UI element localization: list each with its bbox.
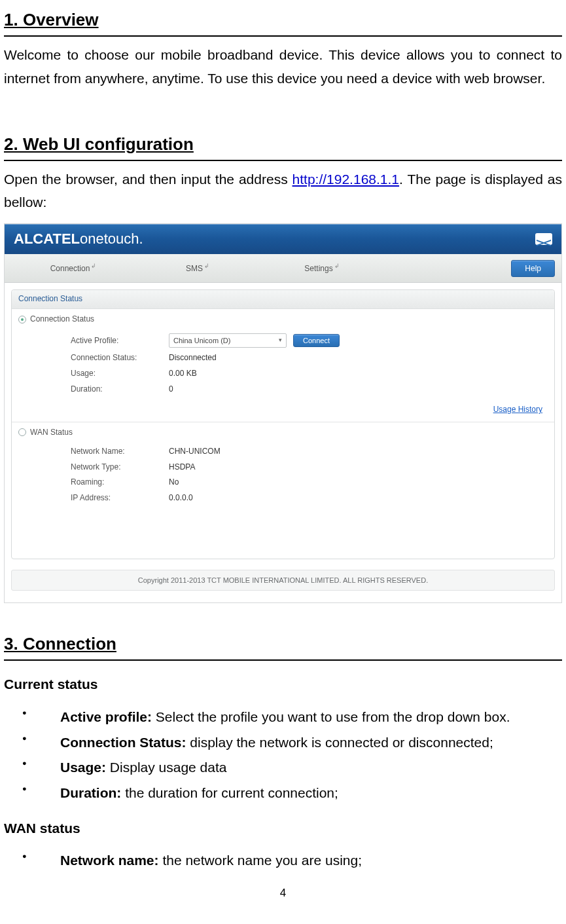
- wan-status-list: Network name: the network name you are u…: [4, 849, 562, 872]
- tab-mark-icon: ↲: [91, 263, 96, 269]
- connection-status-label: Connection Status: [30, 314, 94, 325]
- connect-button[interactable]: Connect: [293, 334, 340, 347]
- connection-status-field-label: Connection Status:: [71, 353, 169, 363]
- wan-fields: Network Name: CHN-UNICOM Network Type: H…: [12, 441, 554, 558]
- brand-part2: onetouch.: [80, 231, 143, 247]
- chevron-down-icon: ▾: [279, 337, 282, 344]
- current-status-list: Active profile: Select the profile you w…: [4, 705, 562, 805]
- bullet-text: Display usage data: [106, 760, 226, 775]
- tab-connection[interactable]: Connection↲: [11, 256, 135, 281]
- bullet-label: Connection Status:: [60, 735, 186, 750]
- usage-value: 0.00 KB: [169, 369, 197, 379]
- heading-connection: 3. Connection: [4, 629, 562, 661]
- duration-value: 0: [169, 384, 173, 395]
- tab-mark-icon: ↲: [334, 263, 340, 269]
- overview-text: Welcome to choose our mobile broadband d…: [4, 43, 562, 90]
- list-item: Duration: the duration for current conne…: [41, 781, 562, 805]
- brand-logo: ALCATELonetouch.: [14, 230, 143, 249]
- bullet-label: Active profile:: [60, 709, 152, 724]
- list-item: Usage: Display usage data: [41, 756, 562, 779]
- bullet-text: display the network is connected or disc…: [186, 735, 493, 750]
- bullet-label: Network name:: [60, 853, 159, 868]
- connection-fields: Active Profile: China Unicom (D) ▾ Conne…: [12, 328, 554, 403]
- copyright-footer: Copyright 2011-2013 TCT MOBILE INTERNATI…: [11, 570, 555, 591]
- connection-status-panel: Connection Status Connection Status Acti…: [11, 289, 555, 559]
- current-status-subhead: Current status: [4, 673, 562, 696]
- app-header: ALCATELonetouch.: [5, 224, 561, 254]
- tab-bar: Connection↲ SMS↲ Settings↲ Help: [5, 254, 561, 283]
- help-button[interactable]: Help: [511, 260, 555, 277]
- active-profile-value: China Unicom (D): [173, 336, 230, 345]
- network-type-value: HSDPA: [169, 462, 195, 473]
- connection-status-subsection: Connection Status: [12, 309, 554, 329]
- wan-status-label: WAN Status: [30, 428, 73, 438]
- duration-label: Duration:: [71, 384, 169, 395]
- active-profile-select[interactable]: China Unicom (D) ▾: [169, 333, 287, 348]
- list-item: Active profile: Select the profile you w…: [41, 705, 562, 729]
- usage-label: Usage:: [71, 369, 169, 379]
- ip-address-value: 0.0.0.0: [169, 493, 193, 504]
- radio-icon: [18, 316, 26, 323]
- tab-sms-label: SMS: [186, 264, 203, 273]
- roaming-value: No: [169, 477, 179, 488]
- active-profile-label: Active Profile:: [71, 336, 169, 346]
- network-name-label: Network Name:: [71, 447, 169, 457]
- tab-sms[interactable]: SMS↲: [135, 256, 260, 281]
- bullet-label: Duration:: [60, 785, 121, 800]
- tab-settings-label: Settings: [304, 264, 332, 273]
- router-url-link[interactable]: http://192.168.1.1: [292, 172, 399, 187]
- webui-text-before: Open the browser, and then input the add…: [4, 172, 292, 187]
- bullet-text: the network name you are using;: [159, 853, 363, 868]
- network-name-value: CHN-UNICOM: [169, 447, 221, 457]
- heading-webui: 2. Web UI configuration: [4, 130, 562, 161]
- radio-icon: [18, 428, 26, 436]
- heading-overview: 1. Overview: [4, 5, 562, 37]
- tab-settings[interactable]: Settings↲: [260, 256, 384, 281]
- ip-address-label: IP Address:: [71, 493, 169, 504]
- list-item: Network name: the network name you are u…: [41, 849, 562, 872]
- wan-status-subhead: WAN status: [4, 817, 562, 840]
- router-admin-screenshot: ALCATELonetouch. Connection↲ SMS↲ Settin…: [4, 223, 562, 603]
- usage-history-link[interactable]: Usage History: [493, 405, 542, 414]
- bullet-label: Usage:: [60, 760, 106, 775]
- list-item: Connection Status: display the network i…: [41, 731, 562, 754]
- bullet-text: the duration for current connection;: [121, 785, 338, 800]
- connection-status-value: Disconnected: [169, 353, 217, 363]
- bullet-text: Select the profile you want to use from …: [152, 709, 510, 724]
- mail-icon[interactable]: [535, 233, 552, 245]
- panel-title: Connection Status: [12, 290, 554, 309]
- roaming-label: Roaming:: [71, 477, 169, 488]
- tab-connection-label: Connection: [50, 264, 90, 273]
- tab-mark-icon: ↲: [204, 263, 209, 269]
- brand-part1: ALCATEL: [14, 231, 80, 247]
- webui-text: Open the browser, and then input the add…: [4, 168, 562, 214]
- network-type-label: Network Type:: [71, 462, 169, 473]
- page-number: 4: [4, 884, 562, 903]
- wan-status-subsection: WAN Status: [12, 422, 554, 442]
